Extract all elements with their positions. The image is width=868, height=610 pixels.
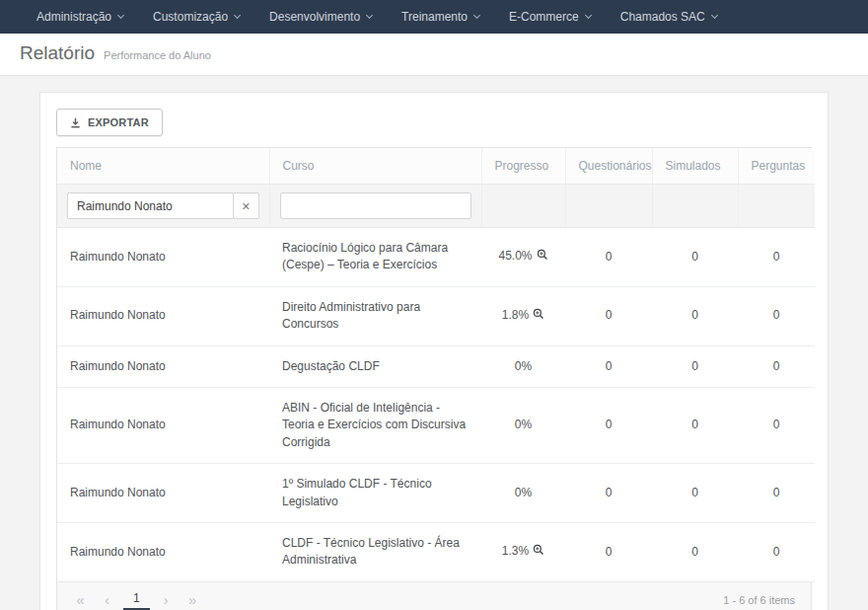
cell-progresso: 1.8% [481, 286, 565, 345]
table-row: Raimundo NonatoCLDF - Técnico Legislativ… [57, 522, 815, 581]
cell-progresso-value: 45.0% [498, 249, 532, 263]
filter-row: × [57, 185, 815, 228]
cell-simulados-value: 0 [691, 250, 698, 264]
report-table: Nome Curso Progresso Questionários Simul… [57, 148, 815, 582]
zoom-progress-icon[interactable] [533, 544, 544, 561]
nav-item-treinamento[interactable]: Treinamento [387, 0, 494, 34]
last-page-button[interactable]: » [180, 589, 206, 610]
cell-questionarios-value: 0 [606, 250, 613, 264]
cell-progresso-value: 0% [515, 418, 532, 431]
chevron-down-icon [366, 12, 373, 19]
nav-item-desenvolvimento[interactable]: Desenvolvimento [254, 0, 387, 34]
nav-item-administracao[interactable]: Administração [22, 0, 138, 34]
curso-filter-input[interactable] [280, 192, 471, 219]
cell-questionarios-value: 0 [606, 486, 613, 499]
cell-progresso-value: 0% [515, 359, 532, 373]
chevron-down-icon [711, 12, 718, 19]
nome-filter-cell: × [57, 185, 269, 228]
column-header-curso[interactable]: Curso [269, 148, 481, 185]
zoom-progress-icon[interactable] [533, 308, 544, 325]
cell-curso-value: Direito Administrativo para Concursos [282, 300, 420, 331]
cell-progresso-value: 0% [515, 486, 532, 499]
next-page-button[interactable]: › [153, 589, 180, 610]
cell-nome-value: Raimundo Nonato [70, 486, 166, 499]
cell-perguntas: 0 [738, 464, 815, 523]
nav-item-label: Administração [36, 10, 111, 24]
cell-simulados: 0 [652, 522, 738, 581]
cell-nome: Raimundo Nonato [57, 345, 269, 387]
clear-filter-button[interactable]: × [233, 192, 258, 219]
table-row: Raimundo Nonato1º Simulado CLDF - Técnic… [57, 464, 815, 523]
cell-progresso: 0% [481, 345, 565, 387]
previous-page-button[interactable]: ‹ [94, 589, 120, 610]
cell-simulados-value: 0 [691, 418, 698, 431]
cell-questionarios: 0 [565, 228, 652, 287]
cell-curso-value: Degustação CLDF [282, 359, 380, 373]
chevron-down-icon [117, 12, 124, 19]
first-page-button[interactable]: « [67, 589, 94, 610]
cell-questionarios: 0 [565, 387, 652, 463]
cell-questionarios-value: 0 [606, 545, 613, 559]
column-header-simulados[interactable]: Simulados [652, 148, 738, 185]
grid-header: Nome Curso Progresso Questionários Simul… [57, 148, 815, 228]
grid-pager: « ‹ 1 › » 1 - 6 of 6 items [57, 582, 811, 610]
cell-curso: CLDF - Técnico Legislativo - Área Admini… [269, 522, 481, 581]
grid-body: Raimundo NonatoRaciocínio Lógico para Câ… [57, 228, 815, 582]
chevron-down-icon [234, 12, 241, 19]
export-button-label: EXPORTAR [88, 116, 149, 128]
cell-simulados: 0 [652, 286, 738, 345]
chevron-down-icon [585, 12, 592, 19]
page-title: Relatório [20, 42, 95, 64]
column-header-perguntas[interactable]: Perguntas [738, 148, 815, 185]
nav-item-ecommerce[interactable]: E-Commerce [494, 0, 606, 34]
cell-questionarios: 0 [565, 464, 652, 523]
nav-item-chamados-sac[interactable]: Chamados SAC [606, 0, 732, 34]
cell-simulados: 0 [652, 345, 738, 387]
chevron-down-icon [473, 12, 480, 19]
cell-nome-value: Raimundo Nonato [70, 418, 166, 431]
cell-nome: Raimundo Nonato [57, 228, 269, 287]
cell-perguntas: 0 [738, 345, 815, 387]
cell-perguntas-value: 0 [773, 418, 780, 431]
cell-perguntas-value: 0 [773, 250, 780, 264]
nav-item-label: Desenvolvimento [269, 10, 360, 24]
cell-progresso: 1.3% [481, 522, 565, 581]
cell-nome: Raimundo Nonato [57, 286, 269, 345]
curso-filter-cell [269, 185, 481, 228]
page-header: Relatório Performance do Aluno [0, 34, 868, 76]
cell-nome: Raimundo Nonato [57, 464, 269, 523]
empty-filter-cell [565, 185, 652, 228]
cell-curso: Raciocínio Lógico para Câmara (Cespe) – … [269, 228, 481, 287]
cell-curso-value: ABIN - Oficial de Inteligência - Teoria … [282, 401, 466, 449]
cell-curso: 1º Simulado CLDF - Técnico Legislativo [269, 464, 481, 523]
cell-curso-value: CLDF - Técnico Legislativo - Área Admini… [282, 536, 460, 567]
empty-filter-cell [481, 185, 565, 228]
cell-simulados-value: 0 [691, 308, 698, 322]
table-row: Raimundo NonatoDireito Administrativo pa… [57, 286, 815, 345]
column-header-nome[interactable]: Nome [57, 148, 269, 185]
column-header-progresso[interactable]: Progresso [481, 148, 565, 185]
cell-simulados: 0 [652, 464, 738, 523]
cell-curso: Degustação CLDF [269, 345, 481, 387]
zoom-progress-icon[interactable] [537, 249, 548, 266]
nav-item-customizacao[interactable]: Customização [138, 0, 254, 34]
main-content: EXPORTAR Nome Curso Progresso Questionár… [0, 76, 868, 610]
cell-nome: Raimundo Nonato [57, 387, 269, 463]
table-row: Raimundo NonatoDegustação CLDF0%000 [57, 345, 815, 387]
cell-perguntas: 0 [738, 286, 815, 345]
nome-filter-input[interactable] [67, 192, 233, 219]
cell-perguntas-value: 0 [773, 359, 780, 373]
cell-progresso-value: 1.3% [502, 544, 529, 558]
cell-questionarios: 0 [565, 522, 652, 581]
cell-perguntas: 0 [738, 522, 815, 581]
cell-questionarios-value: 0 [606, 359, 613, 373]
empty-filter-cell [652, 185, 738, 228]
column-header-questionarios[interactable]: Questionários [565, 148, 652, 185]
export-button[interactable]: EXPORTAR [56, 109, 163, 136]
cell-questionarios: 0 [565, 345, 652, 387]
cell-questionarios: 0 [565, 286, 652, 345]
cell-perguntas: 0 [738, 387, 815, 463]
cell-progresso: 0% [481, 387, 565, 463]
current-page-button[interactable]: 1 [123, 590, 150, 610]
cell-nome: Raimundo Nonato [57, 522, 269, 581]
